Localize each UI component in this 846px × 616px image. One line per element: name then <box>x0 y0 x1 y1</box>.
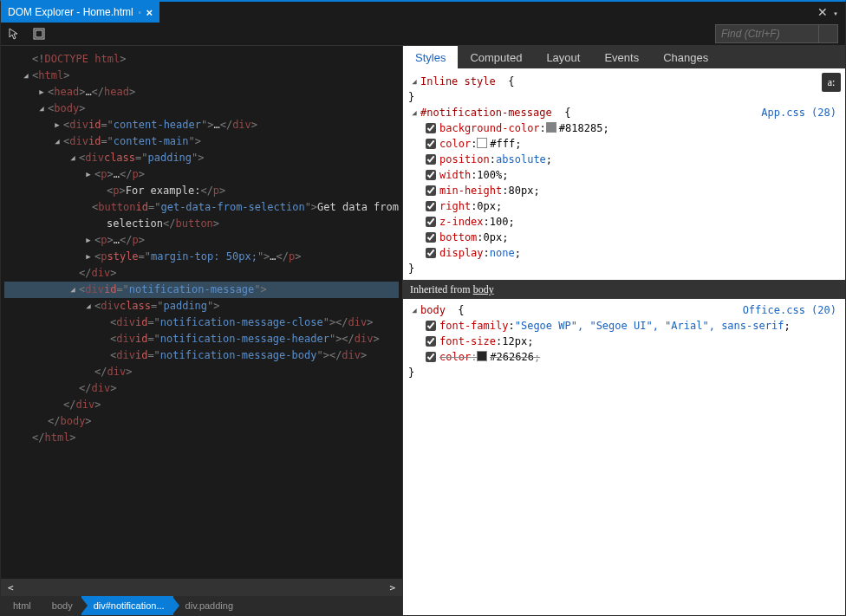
tab-computed[interactable]: Computed <box>458 46 534 68</box>
css-property-row[interactable]: bottom: 0px; <box>408 230 836 245</box>
tree-row[interactable]: ▶<p>…</p> <box>4 166 399 183</box>
property-toggle-checkbox[interactable] <box>426 154 436 165</box>
property-toggle-checkbox[interactable] <box>426 217 436 227</box>
close-icon[interactable]: × <box>146 6 153 19</box>
scroll-left-arrow[interactable]: < <box>8 582 14 593</box>
tree-row[interactable]: <div id="notification-message-body"></di… <box>4 347 399 364</box>
styles-body[interactable]: a: ◢Inline style {}◢#notification-messag… <box>403 68 845 615</box>
highlight-element-icon[interactable] <box>32 27 46 41</box>
css-property-row[interactable]: position: absolute; <box>408 152 836 167</box>
search-input[interactable] <box>715 24 819 43</box>
expand-icon[interactable]: ▶ <box>82 166 94 183</box>
property-toggle-checkbox[interactable] <box>426 321 436 331</box>
breadcrumb-item[interactable]: div.padding <box>173 596 242 615</box>
tree-row[interactable]: ◢<body> <box>4 101 399 117</box>
tree-row[interactable]: ◢<div id="notification-message"> <box>4 282 399 298</box>
breadcrumb-item[interactable]: html <box>1 596 40 615</box>
dom-tree-pane: <!DOCTYPE html>◢<html>▶<head>…</head>◢<b… <box>1 46 403 615</box>
tree-row[interactable]: <div id="notification-message-close"></d… <box>4 314 399 331</box>
tree-row[interactable]: </div> <box>4 380 399 397</box>
tree-row[interactable]: ▶<p style="margin-top: 50px;">…</p> <box>4 249 399 265</box>
tree-row[interactable]: ◢<div class="padding"> <box>4 150 399 166</box>
property-toggle-checkbox[interactable] <box>426 232 436 243</box>
collapse-icon[interactable]: ◢ <box>408 74 420 89</box>
css-property-row[interactable]: color: #fff; <box>408 136 836 152</box>
tab-events[interactable]: Events <box>592 46 651 68</box>
horizontal-scrollbar[interactable]: < > <box>1 579 402 596</box>
tree-row[interactable]: ▶<p>…</p> <box>4 232 399 249</box>
tree-row[interactable]: <!DOCTYPE html> <box>4 51 399 68</box>
color-swatch-icon[interactable] <box>477 138 487 148</box>
tree-row[interactable]: ▶<head>…</head> <box>4 84 399 101</box>
window-menu-icon[interactable]: ▼ <box>833 11 838 16</box>
tree-row[interactable]: <p>For example:</p> <box>4 183 399 199</box>
expand-icon[interactable]: ▶ <box>36 84 48 101</box>
source-link[interactable]: Office.css (20) <box>743 302 836 318</box>
tab-layout[interactable]: Layout <box>534 46 592 68</box>
tab-styles[interactable]: Styles <box>403 46 458 68</box>
tree-row[interactable]: </html> <box>4 430 399 446</box>
window-tab[interactable]: DOM Explorer - Home.html ▫ × <box>1 2 159 23</box>
pin-icon[interactable]: ▫ <box>139 9 141 16</box>
tab-title: DOM Explorer - Home.html <box>8 6 133 18</box>
property-toggle-checkbox[interactable] <box>426 185 436 196</box>
tree-row[interactable]: ◢<div id="content-main"> <box>4 133 399 150</box>
tree-row[interactable]: </div> <box>4 364 399 380</box>
css-property-row[interactable]: z-index: 100; <box>408 214 836 230</box>
property-toggle-checkbox[interactable] <box>426 139 436 149</box>
scroll-right-arrow[interactable]: > <box>389 582 395 593</box>
css-property-row[interactable]: background-color: #818285; <box>408 120 836 136</box>
expand-icon[interactable]: ▶ <box>82 232 94 249</box>
collapse-icon[interactable]: ◢ <box>20 68 32 84</box>
style-rule-header[interactable]: ◢body {Office.css (20) <box>408 302 836 318</box>
breadcrumb-item[interactable]: div#notification... <box>81 596 173 615</box>
select-element-icon[interactable] <box>8 27 22 41</box>
property-toggle-checkbox[interactable] <box>426 352 436 362</box>
style-rule-header[interactable]: ◢Inline style { <box>408 74 836 89</box>
tree-row[interactable]: ▶<div id="content-header">…</div> <box>4 117 399 133</box>
collapse-icon[interactable]: ◢ <box>408 105 420 120</box>
css-property-row[interactable]: font-family: "Segoe WP", "Segoe UI", "Ar… <box>408 318 836 334</box>
property-toggle-checkbox[interactable] <box>426 201 436 211</box>
css-property-row[interactable]: width: 100%; <box>408 167 836 183</box>
collapse-icon[interactable]: ◢ <box>36 101 48 117</box>
svg-rect-1 <box>36 30 42 37</box>
collapse-icon[interactable]: ◢ <box>67 150 79 166</box>
property-toggle-checkbox[interactable] <box>426 248 436 258</box>
property-toggle-checkbox[interactable] <box>426 170 436 180</box>
tree-row[interactable]: ◢<html> <box>4 68 399 84</box>
expand-icon[interactable]: ▶ <box>51 117 63 133</box>
collapse-icon[interactable]: ◢ <box>82 298 94 314</box>
tree-row[interactable]: </div> <box>4 397 399 413</box>
collapse-icon[interactable]: ◢ <box>51 133 63 150</box>
tree-row[interactable]: selection</button> <box>4 216 399 232</box>
css-property-row[interactable]: display: none; <box>408 245 836 261</box>
tree-row[interactable]: ◢<div class="padding"> <box>4 298 399 314</box>
property-toggle-checkbox[interactable] <box>426 336 436 347</box>
collapse-icon[interactable]: ◢ <box>67 282 79 298</box>
accessibility-icon[interactable]: a: <box>822 73 841 92</box>
window: DOM Explorer - Home.html ▫ × ✕ ▼ <!DOCTY… <box>0 0 846 616</box>
window-close-icon[interactable]: ✕ <box>817 5 828 19</box>
color-swatch-icon[interactable] <box>477 351 487 361</box>
css-property-row[interactable]: font-size: 12px; <box>408 334 836 349</box>
tree-row[interactable]: <button id="get-data-from-selection">Get… <box>4 199 399 216</box>
expand-icon[interactable]: ▶ <box>82 249 94 265</box>
style-rule-header[interactable]: ◢#notification-message {App.css (28) <box>408 105 836 120</box>
property-toggle-checkbox[interactable] <box>426 123 436 133</box>
tree-row[interactable]: <div id="notification-message-header"></… <box>4 331 399 347</box>
search-go-button[interactable] <box>819 24 838 43</box>
tree-row[interactable]: </body> <box>4 413 399 430</box>
css-property-row[interactable]: color: #262626; <box>408 349 836 365</box>
color-swatch-icon[interactable] <box>546 122 556 133</box>
css-property-row[interactable]: right: 0px; <box>408 198 836 214</box>
collapse-icon[interactable]: ◢ <box>408 302 420 318</box>
source-link[interactable]: App.css (28) <box>761 105 836 120</box>
search-box <box>715 24 838 43</box>
css-property-row[interactable]: min-height: 80px; <box>408 183 836 198</box>
breadcrumb-item[interactable]: body <box>40 596 81 615</box>
dom-tree[interactable]: <!DOCTYPE html>◢<html>▶<head>…</head>◢<b… <box>1 46 402 579</box>
tab-changes[interactable]: Changes <box>651 46 720 68</box>
breadcrumb: htmlbodydiv#notification...div.padding <box>1 596 402 615</box>
tree-row[interactable]: </div> <box>4 265 399 282</box>
